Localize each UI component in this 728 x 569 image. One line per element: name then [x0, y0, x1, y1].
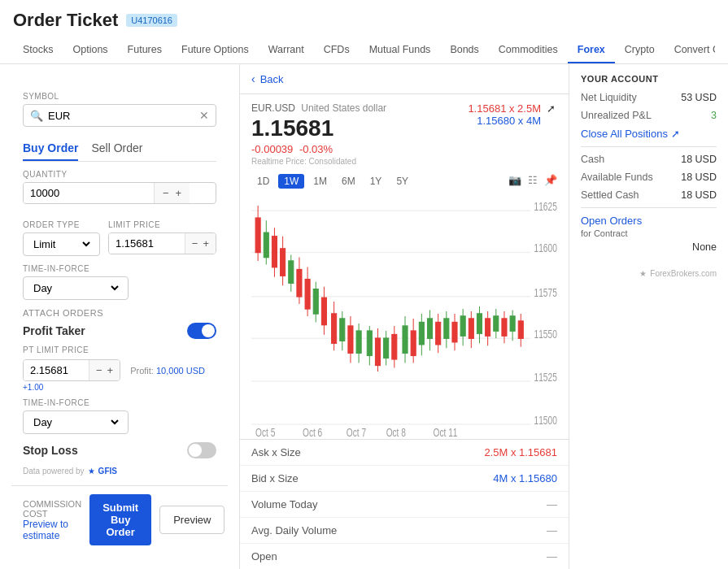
bid-value: 1.15680 x 4M: [468, 115, 541, 127]
preview-button[interactable]: Preview: [159, 506, 225, 534]
nav-options[interactable]: Options: [63, 37, 118, 63]
svg-rect-39: [367, 331, 372, 355]
plus100-label[interactable]: +1.00: [23, 383, 216, 392]
nav-mutual-funds[interactable]: Mutual Funds: [360, 37, 441, 63]
preview-estimate-link[interactable]: Preview to estimate: [23, 519, 81, 541]
nav-bonds[interactable]: Bonds: [440, 37, 488, 63]
nav-warrant[interactable]: Warrant: [259, 37, 314, 63]
quantity-controls: − +: [154, 183, 190, 203]
limit-price-decrease[interactable]: −: [192, 237, 198, 250]
forexbrokers-logo: ★ ForexBrokers.com: [581, 269, 717, 278]
ask-bid-display: 1.15681 x 2.5M 1.15680 x 4M: [468, 102, 541, 127]
order-tabs: Buy Order Sell Order: [23, 137, 216, 162]
pt-tif-label: TIME-IN-FORCE: [23, 398, 216, 407]
pt-decrease[interactable]: −: [96, 364, 102, 376]
svg-rect-49: [411, 331, 416, 355]
nav-cfds[interactable]: CFDs: [314, 37, 360, 63]
pt-tif-select[interactable]: Day GTC: [23, 410, 129, 434]
ask-value: 1.15681 x 2.5M: [468, 102, 541, 115]
nav-forex[interactable]: Forex: [568, 37, 615, 63]
quantity-increase[interactable]: +: [176, 187, 182, 199]
time-6m[interactable]: 6M: [336, 174, 361, 189]
net-liquidity-value: 53 USD: [681, 92, 717, 103]
cash-row: Cash 18 USD: [581, 154, 717, 165]
svg-rect-43: [384, 338, 389, 358]
limit-price-label: LIMIT PRICE: [108, 220, 216, 229]
ask-label: Ask x Size: [251, 446, 301, 458]
limit-price-input[interactable]: [109, 233, 185, 254]
attach-orders-label: ATTACH ORDERS: [23, 308, 216, 318]
svg-text:Oct 11: Oct 11: [434, 425, 458, 439]
svg-rect-57: [444, 319, 449, 338]
stop-loss-label: Stop Loss: [23, 444, 78, 457]
chart-screenshot-icon[interactable]: 📷: [508, 174, 521, 189]
data-powered: Data powered by ★ GFIS: [23, 467, 216, 476]
market-row-ask: Ask x Size 2.5M x 1.15681: [240, 440, 569, 466]
net-liquidity-row: Net Liquidity 53 USD: [581, 92, 717, 103]
nav-crypto[interactable]: Crypto: [615, 37, 665, 63]
open-orders-value: None: [581, 241, 717, 253]
nav-stocks[interactable]: Stocks: [13, 37, 63, 63]
tif-select[interactable]: Day GTC: [23, 276, 129, 300]
nav-convert-currency[interactable]: Convert Currency: [665, 37, 715, 63]
svg-rect-37: [356, 331, 361, 353]
pt-increase[interactable]: +: [107, 364, 114, 376]
your-account-title: YOUR ACCOUNT: [581, 74, 717, 84]
submit-buy-button[interactable]: Submit Buy Order: [89, 494, 151, 545]
pt-price-controls: − +: [89, 360, 120, 380]
profit-amount: 10,000 USD: [156, 366, 205, 376]
settled-label: Settled Cash: [581, 189, 639, 201]
mid-panel: ‹ Back EUR.USD United States dollar 1.15…: [240, 64, 569, 569]
pt-price-input-box: − +: [23, 359, 120, 381]
tif-dropdown[interactable]: Day GTC: [30, 281, 121, 295]
time-5y[interactable]: 5Y: [390, 174, 414, 189]
svg-text:116000: 116000: [534, 241, 557, 255]
back-button[interactable]: ‹ Back: [240, 64, 569, 94]
svg-rect-13: [255, 218, 260, 252]
svg-text:115500: 115500: [534, 327, 557, 341]
time-1d[interactable]: 1D: [251, 174, 275, 189]
commission-label: COMMISSION COST: [23, 499, 81, 519]
quantity-decrease[interactable]: −: [163, 187, 169, 199]
svg-rect-73: [510, 316, 515, 331]
chart-pin-icon[interactable]: 📌: [544, 174, 557, 189]
back-arrow-icon: ‹: [251, 72, 255, 85]
open-orders-title[interactable]: Open Orders: [581, 215, 717, 227]
unrealized-pnl-row: Unrealized P&L 3: [581, 110, 717, 121]
buy-order-tab[interactable]: Buy Order: [23, 137, 78, 161]
pt-price-row: − + Profit: 10,000 USD: [23, 359, 216, 381]
quantity-input[interactable]: [24, 183, 154, 203]
svg-rect-47: [403, 326, 408, 353]
time-1y[interactable]: 1Y: [364, 174, 388, 189]
chart-header: EUR.USD United States dollar 1.15681 -0.…: [240, 94, 569, 169]
pt-tif-dropdown[interactable]: Day GTC: [30, 415, 121, 429]
market-data: Ask x Size 2.5M x 1.15681 Bid x Size 4M …: [240, 439, 569, 569]
limit-price-increase[interactable]: +: [203, 237, 209, 250]
divider-2: [581, 207, 717, 208]
svg-rect-67: [486, 319, 490, 336]
nav-futures[interactable]: Futures: [118, 37, 172, 63]
svg-rect-51: [419, 323, 424, 345]
close-all-positions[interactable]: Close All Positions ➚: [581, 128, 717, 140]
external-link[interactable]: ➚: [547, 102, 556, 115]
symbol-input[interactable]: [48, 110, 194, 122]
nav-commodities[interactable]: Commodities: [489, 37, 568, 63]
chart-indicator-icon[interactable]: ☷: [528, 174, 538, 189]
time-1w[interactable]: 1W: [278, 174, 304, 189]
order-type-dropdown[interactable]: Limit Market: [30, 237, 93, 251]
svg-rect-31: [332, 314, 337, 343]
order-type-label: ORDER TYPE: [23, 220, 100, 229]
pt-price-input[interactable]: [24, 360, 89, 380]
clear-icon[interactable]: ✕: [199, 109, 209, 122]
avg-volume-label: Avg. Daily Volume: [251, 524, 337, 536]
tif-label: TIME-IN-FORCE: [23, 264, 216, 273]
time-1m[interactable]: 1M: [307, 174, 333, 189]
for-contract-label: for Contract: [581, 228, 717, 238]
order-type-select[interactable]: Limit Market: [23, 232, 100, 256]
profit-taker-toggle[interactable]: [187, 323, 216, 339]
market-row-bid: Bid x Size 4M x 1.15680: [240, 466, 569, 492]
forexbrokers-text: ForexBrokers.com: [650, 269, 717, 278]
stop-loss-toggle[interactable]: [187, 442, 216, 458]
sell-order-tab[interactable]: Sell Order: [91, 137, 142, 161]
nav-future-options[interactable]: Future Options: [172, 37, 259, 63]
